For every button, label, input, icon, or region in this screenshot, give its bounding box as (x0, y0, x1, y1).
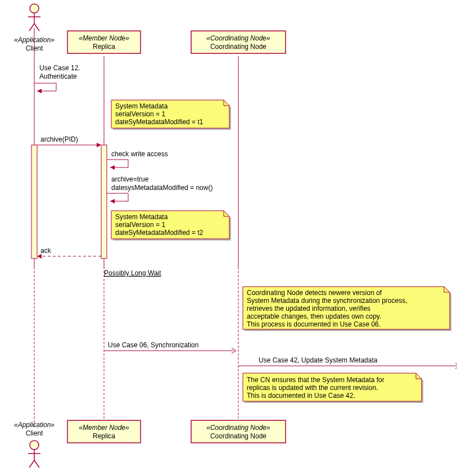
divider-label: Possibly Long Wait (104, 269, 161, 277)
msg-ack: ack (37, 247, 101, 259)
svg-line-29 (34, 460, 39, 468)
msg-check-access: check write access (107, 150, 168, 170)
note-sm1-line2: serialVersion = 1 (115, 110, 165, 118)
divider-wait: Possibly Long Wait (104, 269, 161, 277)
msg-update-sysmeta: Use Case 42, Update System Metadata (238, 356, 457, 369)
msg-archive-label: archive(PID) (40, 135, 78, 143)
note-sm2-line1: System Metadata (115, 213, 168, 221)
msg-set-line1: archive=true (111, 175, 149, 183)
activation-client (31, 145, 37, 259)
participant-cn-bottom: «Coordinating Node» Coordinating Node (191, 420, 286, 443)
msg-check-label: check write access (111, 150, 168, 158)
svg-point-0 (30, 4, 39, 13)
client-stereotype-bot: «Application» (14, 421, 55, 429)
note-sysmeta-t1: System Metadata serialVersion = 1 dateSy… (111, 100, 231, 130)
msg-set-archive: archive=true datesysMetadataModified = n… (107, 175, 212, 203)
replica-name-bot: Replica (93, 432, 115, 440)
actor-client-bottom: «Application» Client (14, 421, 55, 468)
cn-stereotype-bot: «Coordinating Node» (206, 424, 270, 432)
note-cn1-l5: This process is documented in Use Case 0… (247, 320, 381, 328)
note-cn1-l4: acceptable changes, then updates own cop… (247, 312, 381, 320)
svg-marker-11 (97, 143, 101, 147)
msg-auth-line1: Use Case 12. (39, 64, 80, 72)
note-sysmeta-t2: System Metadata serialVersion = 1 dateSy… (111, 211, 231, 241)
note-sm2-line2: serialVersion = 1 (115, 221, 165, 229)
note-cn2-l2: replicas is updated with the current rev… (247, 384, 378, 392)
msg-authenticate: Use Case 12. Authenticate (34, 64, 80, 93)
participant-replica-bottom: «Member Node» Replica (67, 420, 141, 443)
cn-name-top: Coordinating Node (210, 43, 266, 51)
svg-marker-12 (110, 165, 115, 170)
note-cn1-l3: retrieves the updated information, verif… (247, 305, 370, 312)
sequence-diagram: «Application» Client «Member Node» Repli… (0, 0, 457, 476)
msg-auth-line2: Authenticate (39, 72, 77, 80)
participant-cn-top: «Coordinating Node» Coordinating Node (191, 31, 286, 53)
svg-marker-17 (37, 254, 42, 259)
replica-stereotype-bot: «Member Node» (79, 424, 129, 432)
msg-archive: archive(PID) (37, 135, 101, 147)
note-cn-update: The CN ensures that the System Metadata … (243, 373, 423, 403)
svg-line-3 (29, 24, 34, 31)
participant-replica-top: «Member Node» Replica (67, 31, 141, 53)
note-sm1-line1: System Metadata (115, 102, 168, 110)
msg-ack-label: ack (40, 247, 52, 255)
note-cn1-l1: Coordinating Node detects newere version… (247, 289, 382, 297)
client-stereotype-top: «Application» (14, 36, 55, 44)
note-cn-sync: Coordinating Node detects newere version… (243, 287, 451, 331)
svg-marker-7 (37, 89, 42, 93)
svg-point-25 (30, 441, 39, 450)
client-name-bot: Client (26, 429, 43, 437)
msg-set-line2: datesysMetadataModified = now() (111, 184, 212, 192)
msg-sync: Use Case 06, Synchronization (104, 341, 236, 353)
activation-replica (101, 145, 107, 259)
note-cn1-l2: System Metadata during the synchronizati… (247, 297, 407, 305)
msg-sync-label: Use Case 06, Synchronization (108, 341, 198, 349)
cn-name-bot: Coordinating Node (210, 432, 266, 440)
client-name-top: Client (26, 44, 43, 52)
svg-line-28 (29, 460, 34, 468)
note-cn2-l1: The CN ensures that the System Metadata … (247, 376, 384, 384)
cn-stereotype-top: «Coordinating Node» (206, 34, 270, 42)
replica-stereotype-top: «Member Node» (79, 34, 129, 42)
msg-update-label: Use Case 42, Update System Metadata (259, 356, 378, 364)
note-sm1-line3: dateSyMetadataModified = t1 (115, 118, 203, 126)
svg-line-4 (34, 24, 39, 31)
replica-name-top: Replica (93, 43, 115, 51)
note-sm2-line3: dateSyMetadataModified = t2 (115, 229, 203, 237)
note-cn2-l3: This is documented in Use Case 42. (247, 392, 355, 400)
svg-marker-13 (110, 199, 115, 203)
